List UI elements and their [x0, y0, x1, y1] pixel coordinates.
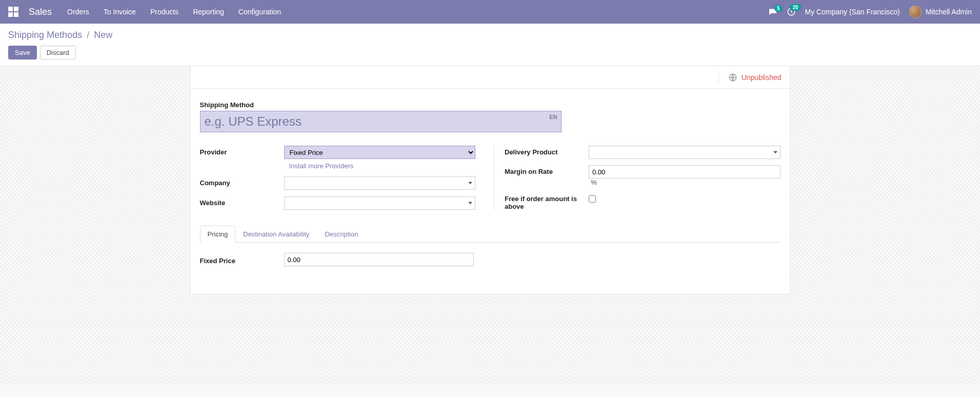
- breadcrumb-sep: /: [87, 30, 89, 40]
- provider-select[interactable]: Fixed Price: [284, 146, 476, 159]
- globe-icon: [728, 73, 737, 82]
- avatar: [909, 6, 922, 18]
- website-label: Website: [200, 196, 282, 207]
- title-label: Shipping Method: [200, 101, 781, 109]
- fixed-price-input[interactable]: [284, 253, 474, 266]
- tab-description[interactable]: Description: [317, 226, 366, 243]
- nav-products[interactable]: Products: [150, 8, 178, 16]
- tab-destination-availability[interactable]: Destination Availability: [235, 226, 317, 243]
- messages-badge: 5: [774, 5, 783, 12]
- nav-reporting[interactable]: Reporting: [193, 8, 224, 16]
- website-input[interactable]: [284, 196, 476, 210]
- provider-label: Provider: [200, 146, 282, 156]
- delivery-product-input[interactable]: [589, 146, 781, 159]
- control-panel: Shipping Methods / New Save Discard: [0, 24, 980, 66]
- breadcrumb: Shipping Methods / New: [8, 30, 972, 41]
- sheet-body: Shipping Method EN Provider Fixed Price …: [191, 89, 790, 294]
- form-sheet: Unpublished Shipping Method EN Provider …: [190, 66, 790, 294]
- navbar: Sales Orders To Invoice Products Reporti…: [0, 0, 980, 24]
- margin-unit: %: [591, 178, 597, 186]
- nav-menu: Orders To Invoice Products Reporting Con…: [67, 8, 281, 16]
- form-columns: Provider Fixed Price Install more Provid…: [200, 146, 781, 210]
- form-col-left: Provider Fixed Price Install more Provid…: [200, 146, 494, 210]
- shipping-method-input[interactable]: [200, 111, 562, 132]
- form-col-right: Delivery Product Margin on Rate % Free i…: [494, 146, 781, 210]
- discard-button[interactable]: Discard: [40, 46, 76, 59]
- statusbar: Unpublished: [191, 66, 790, 89]
- activities-button[interactable]: 20: [787, 7, 796, 16]
- navbar-left: Sales Orders To Invoice Products Reporti…: [8, 7, 281, 17]
- nav-orders[interactable]: Orders: [67, 8, 89, 16]
- apps-icon[interactable]: [8, 7, 18, 17]
- company-input[interactable]: [284, 176, 476, 190]
- lang-indicator[interactable]: EN: [549, 114, 557, 120]
- margin-label: Margin on Rate: [505, 165, 587, 175]
- publish-toggle[interactable]: Unpublished: [718, 71, 782, 83]
- tabs: Pricing Destination Availability Descrip…: [200, 226, 781, 243]
- fixed-price-row: Fixed Price: [200, 253, 781, 266]
- navbar-right: 5 20 My Company (San Francisco) Mitchell…: [768, 6, 972, 18]
- app-name[interactable]: Sales: [29, 7, 52, 17]
- install-providers-link[interactable]: Install more Providers: [284, 162, 354, 170]
- content-area: Unpublished Shipping Method EN Provider …: [0, 66, 980, 384]
- breadcrumb-parent[interactable]: Shipping Methods: [8, 30, 82, 40]
- company-label: Company: [200, 176, 282, 187]
- title-input-wrap: EN: [200, 111, 562, 132]
- fixed-price-label: Fixed Price: [200, 254, 282, 265]
- tab-content: Fixed Price: [200, 243, 781, 282]
- tab-pricing[interactable]: Pricing: [200, 226, 236, 243]
- nav-to-invoice[interactable]: To Invoice: [104, 8, 136, 16]
- nav-configuration[interactable]: Configuration: [238, 8, 281, 16]
- margin-input[interactable]: [589, 165, 781, 178]
- save-button[interactable]: Save: [8, 46, 37, 59]
- breadcrumb-current: New: [94, 30, 112, 40]
- company-switcher[interactable]: My Company (San Francisco): [805, 8, 900, 16]
- delivery-product-label: Delivery Product: [505, 146, 587, 156]
- free-above-checkbox[interactable]: [589, 195, 596, 203]
- user-menu[interactable]: Mitchell Admin: [909, 6, 972, 18]
- user-name: Mitchell Admin: [926, 8, 972, 16]
- messages-button[interactable]: 5: [768, 8, 777, 15]
- unpublished-label: Unpublished: [742, 73, 782, 82]
- cp-buttons: Save Discard: [8, 46, 972, 59]
- free-above-label: Free if order amount is above: [505, 192, 587, 210]
- activities-badge: 20: [790, 4, 801, 11]
